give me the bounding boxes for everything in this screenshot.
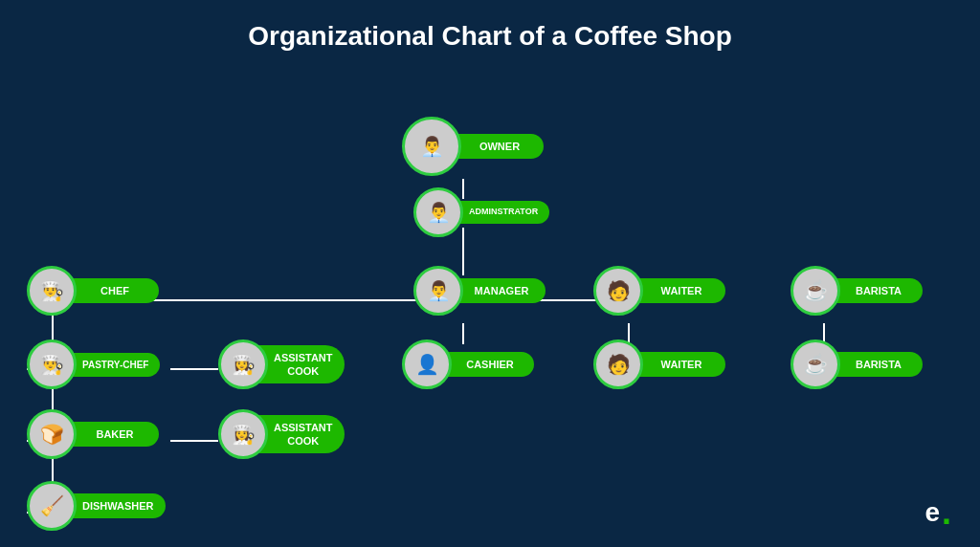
avatar-manager: 👨‍💼 xyxy=(413,266,463,316)
avatar-administrator: 👨‍💼 xyxy=(413,187,463,237)
label-administrator: ADMINSTRATOR xyxy=(450,201,549,224)
node-baker: 🍞 BAKER xyxy=(27,409,159,459)
node-cashier: 👤 CASHIER xyxy=(402,339,534,389)
node-dishwasher: 🧹 DISHWASHER xyxy=(27,481,166,531)
label-pastry-chef: PASTRY-CHEF xyxy=(63,353,160,377)
avatar-asst-cook2: 👩‍🍳 xyxy=(218,409,268,459)
avatar-waiter2: 🧑 xyxy=(593,339,643,389)
node-administrator: 👨‍💼 ADMINSTRATOR xyxy=(413,187,549,237)
avatar-asst-cook1: 👩‍🍳 xyxy=(218,339,268,389)
node-waiter1: 🧑 WAITER xyxy=(593,266,725,316)
label-cashier: CASHIER xyxy=(438,352,534,377)
label-owner: OWNER xyxy=(448,134,544,159)
label-waiter1: WAITER xyxy=(630,278,725,303)
avatar-chef: 👨‍🍳 xyxy=(27,266,77,316)
node-chef: 👨‍🍳 CHEF xyxy=(27,266,159,316)
logo-letter: e xyxy=(924,497,940,528)
node-manager: 👨‍💼 MANAGER xyxy=(413,266,546,316)
node-barista2: ☕ BARISTA xyxy=(791,339,923,389)
avatar-cashier: 👤 xyxy=(402,339,452,389)
node-asst-cook2: 👩‍🍳 ASSISTANT COOK xyxy=(218,409,345,459)
label-barista2: BARISTA xyxy=(827,352,923,377)
label-manager: MANAGER xyxy=(450,278,546,303)
avatar-barista1: ☕ xyxy=(791,266,840,316)
avatar-dishwasher: 🧹 xyxy=(27,481,77,531)
avatar-owner: 👨‍💼 xyxy=(402,117,461,176)
node-asst-cook1: 👩‍🍳 ASSISTANT COOK xyxy=(218,339,345,389)
node-pastry-chef: 👨‍🍳 PASTRY-CHEF xyxy=(27,339,160,389)
page-title: Organizational Chart of a Coffee Shop xyxy=(0,0,980,61)
label-barista1: BARISTA xyxy=(827,278,923,303)
avatar-waiter1: 🧑 xyxy=(593,266,643,316)
org-chart: 👨‍💼 OWNER 👨‍💼 ADMINSTRATOR 👨‍💼 MANAGER 👨… xyxy=(0,57,980,545)
label-asst-cook1: ASSISTANT COOK xyxy=(255,345,345,384)
avatar-pastry-chef: 👨‍🍳 xyxy=(27,339,77,389)
label-asst-cook2: ASSISTANT COOK xyxy=(255,415,345,454)
node-waiter2: 🧑 WAITER xyxy=(593,339,725,389)
label-chef: CHEF xyxy=(63,278,159,303)
avatar-barista2: ☕ xyxy=(791,339,840,389)
node-owner: 👨‍💼 OWNER xyxy=(402,117,544,176)
logo: e. xyxy=(924,495,951,530)
logo-dot: . xyxy=(942,495,951,530)
label-waiter2: WAITER xyxy=(630,352,725,377)
avatar-baker: 🍞 xyxy=(27,409,77,459)
label-dishwasher: DISHWASHER xyxy=(63,493,166,518)
node-barista1: ☕ BARISTA xyxy=(791,266,923,316)
label-baker: BAKER xyxy=(63,422,159,447)
